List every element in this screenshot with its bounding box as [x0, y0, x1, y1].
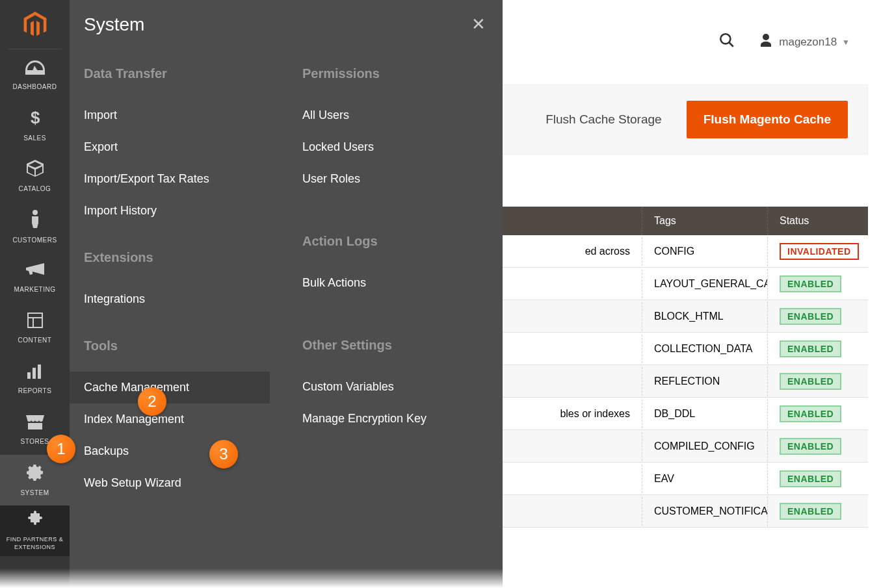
- system-flyout: System ✕ Data Transfer Import Export Imp…: [70, 0, 503, 588]
- cache-grid: Tags Status ed acrossCONFIGINVALIDATEDLA…: [502, 207, 868, 528]
- svg-rect-7: [27, 372, 31, 379]
- cell-tag: COLLECTION_DATA: [642, 335, 767, 363]
- sidebar: DASHBOARD $ SALES CATALOG CUSTOMERS MARK…: [0, 0, 70, 588]
- link-import-history[interactable]: Import History: [84, 195, 270, 227]
- nav-reports[interactable]: REPORTS: [0, 353, 70, 404]
- cell-tag: BLOCK_HTML: [642, 302, 767, 331]
- link-integrations[interactable]: Integrations: [84, 283, 270, 315]
- link-user-roles[interactable]: User Roles: [302, 163, 488, 195]
- avatar-icon: [758, 32, 774, 52]
- chart-icon: [27, 363, 43, 383]
- nav-label: CATALOG: [19, 185, 51, 192]
- link-backups[interactable]: Backups: [84, 435, 270, 467]
- grid-header: Tags Status: [502, 207, 868, 235]
- layout-icon: [27, 313, 43, 333]
- close-icon[interactable]: ✕: [469, 12, 488, 37]
- header-status[interactable]: Status: [767, 207, 868, 235]
- link-index-management[interactable]: Index Management: [84, 403, 270, 435]
- link-export[interactable]: Export: [84, 131, 270, 163]
- cell-tag: EAV: [642, 465, 767, 493]
- cell-desc: bles or indexes: [502, 400, 642, 428]
- table-row[interactable]: COMPILED_CONFIGENABLED: [502, 430, 868, 463]
- link-manage-encryption-key[interactable]: Manage Encryption Key: [302, 403, 488, 435]
- cell-status: ENABLED: [767, 431, 868, 461]
- table-row[interactable]: REFLECTIONENABLED: [502, 365, 868, 398]
- cell-desc: [502, 470, 642, 487]
- table-row[interactable]: EAVENABLED: [502, 463, 868, 495]
- nav-dashboard[interactable]: DASHBOARD: [0, 49, 70, 100]
- link-import-export-tax[interactable]: Import/Export Tax Rates: [84, 163, 270, 195]
- section-tools: Tools: [84, 339, 270, 353]
- link-locked-users[interactable]: Locked Users: [302, 131, 488, 163]
- table-row[interactable]: bles or indexesDB_DDLENABLED: [502, 398, 868, 430]
- username: magezon18: [779, 36, 837, 49]
- cell-desc: ed across: [502, 237, 642, 266]
- table-row[interactable]: BLOCK_HTMLENABLED: [502, 300, 868, 333]
- caret-down-icon: ▼: [842, 38, 850, 47]
- nav-customers[interactable]: CUSTOMERS: [0, 201, 70, 252]
- nav-marketing[interactable]: MARKETING: [0, 252, 70, 303]
- callout-3: 3: [209, 440, 238, 468]
- svg-text:$: $: [31, 109, 40, 126]
- svg-point-3: [33, 210, 38, 215]
- status-badge: ENABLED: [780, 438, 841, 455]
- status-badge: ENABLED: [780, 503, 841, 520]
- nav-label: STORES: [21, 438, 49, 445]
- gear-icon: [27, 464, 44, 485]
- nav-find-partners[interactable]: FIND PARTNERS & EXTENSIONS: [0, 505, 70, 556]
- magento-logo[interactable]: [8, 0, 62, 49]
- svg-rect-8: [33, 368, 36, 379]
- dashboard-icon: [25, 59, 45, 79]
- svg-rect-4: [28, 313, 42, 327]
- cell-status: ENABLED: [767, 366, 868, 396]
- cell-tag: CONFIG: [642, 237, 767, 266]
- section-action-logs: Action Logs: [302, 234, 488, 249]
- cell-tag: DB_DDL: [642, 400, 767, 428]
- table-row[interactable]: CUSTOMER_NOTIFICATIONENABLED: [502, 495, 868, 528]
- cell-status: ENABLED: [767, 334, 868, 364]
- link-import[interactable]: Import: [84, 99, 270, 131]
- cell-tag: CUSTOMER_NOTIFICATION: [642, 497, 767, 526]
- header-tags[interactable]: Tags: [642, 207, 767, 235]
- svg-line-1: [730, 42, 734, 47]
- cell-desc: [502, 373, 642, 390]
- cell-desc: [502, 340, 642, 357]
- nav-label: SALES: [23, 134, 46, 142]
- flyout-title: System: [84, 14, 144, 35]
- nav-label: DASHBOARD: [13, 83, 57, 90]
- link-cache-management[interactable]: Cache Management: [70, 372, 270, 403]
- cell-status: ENABLED: [767, 301, 868, 331]
- table-row[interactable]: ed acrossCONFIGINVALIDATED: [502, 235, 868, 268]
- cell-status: INVALIDATED: [767, 236, 868, 266]
- store-icon: [26, 414, 44, 434]
- flush-cache-storage-button[interactable]: Flush Cache Storage: [546, 112, 662, 127]
- nav-content[interactable]: CONTENT: [0, 303, 70, 353]
- cell-desc: [502, 438, 642, 455]
- megaphone-icon: [26, 262, 44, 282]
- nav-catalog[interactable]: CATALOG: [0, 151, 70, 201]
- link-all-users[interactable]: All Users: [302, 99, 488, 131]
- section-data-transfer: Data Transfer: [84, 66, 270, 81]
- flush-magento-cache-button[interactable]: Flush Magento Cache: [687, 101, 848, 138]
- callout-2: 2: [138, 387, 166, 416]
- nav-label: REPORTS: [18, 387, 52, 394]
- dollar-icon: $: [31, 109, 40, 131]
- link-web-setup-wizard[interactable]: Web Setup Wizard: [84, 467, 270, 499]
- header-desc: [502, 207, 642, 235]
- link-bulk-actions[interactable]: Bulk Actions: [302, 267, 488, 299]
- user-menu[interactable]: magezon18 ▼: [758, 32, 850, 52]
- table-row[interactable]: COLLECTION_DATAENABLED: [502, 333, 868, 365]
- action-bar: Flush Cache Storage Flush Magento Cache: [502, 84, 868, 155]
- section-extensions: Extensions: [84, 250, 270, 265]
- search-icon[interactable]: [718, 32, 735, 53]
- status-badge: ENABLED: [780, 373, 841, 390]
- table-row[interactable]: LAYOUT_GENERAL_CACHE_TAGENABLED: [502, 268, 868, 300]
- status-badge: ENABLED: [780, 340, 841, 357]
- cell-status: ENABLED: [767, 269, 868, 299]
- callout-1: 1: [47, 435, 75, 463]
- nav-sales[interactable]: $ SALES: [0, 100, 70, 151]
- status-badge: ENABLED: [780, 405, 841, 422]
- cell-tag: REFLECTION: [642, 367, 767, 396]
- cell-status: ENABLED: [767, 399, 868, 429]
- link-custom-variables[interactable]: Custom Variables: [302, 371, 488, 403]
